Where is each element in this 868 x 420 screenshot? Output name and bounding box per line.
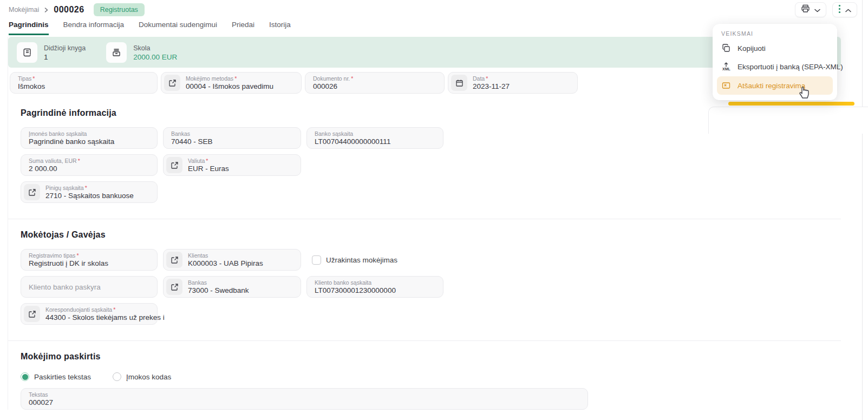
dokumento-nr-field[interactable]: Dokumento nr.* 000026 (305, 72, 445, 94)
menu-item-label: Kopijuoti (738, 44, 766, 52)
banko-saskaita-label: Banko sąskaita (315, 130, 436, 137)
imones-banko-saskaita-field[interactable]: Įmonės banko sąskaita Pagrindinė banko s… (21, 127, 158, 149)
kliento-banko-saskaita-value: LT007300001230000000 (315, 286, 436, 294)
tipas-label: Tipas (18, 75, 31, 82)
radio-unselected-icon[interactable] (113, 372, 121, 381)
page-title: 000026 (54, 5, 84, 15)
print-button[interactable] (795, 2, 826, 17)
external-link-icon[interactable] (164, 75, 180, 91)
tab-dokumentai-sudengimui[interactable]: Dokumentai sudengimui (139, 21, 217, 34)
copy-icon (721, 44, 731, 52)
kliento-banko-saskaita-label: Kliento banko sąskaita (315, 279, 436, 286)
payer-section: Mokėtojas / Gavėjas Registravimo tipas* … (8, 230, 841, 325)
external-link-icon[interactable] (24, 184, 40, 200)
menu-item-label: Eksportuoti į banką (SEPA-XML) (738, 63, 843, 71)
tekstas-field[interactable]: Tekstas 000027 (21, 388, 588, 410)
payer-bankas-label: Bankas (188, 279, 249, 286)
tab-bendra-informacija[interactable]: Bendra informacija (63, 21, 125, 34)
bankas-field[interactable]: Bankas 70440 - SEB (163, 127, 301, 149)
calendar-icon[interactable] (451, 75, 467, 91)
tab-priedai[interactable]: Priedai (232, 21, 254, 34)
kliento-banko-paskyra-input[interactable] (29, 277, 151, 297)
radio-selected-icon[interactable] (21, 372, 29, 381)
ledger-summary-item: Didžioji knyga 1 (17, 42, 86, 63)
radio-imokos-kodas[interactable]: Įmokos kodas (113, 372, 171, 381)
svg-text:XML: XML (722, 67, 731, 71)
ledger-label: Didžioji knyga (44, 43, 86, 53)
imones-banko-saskaita-label: Įmonės banko sąskaita (29, 130, 151, 137)
radio-imokos-label: Įmokos kodas (126, 373, 171, 381)
mokejimo-metodas-label: Mokėjimo metodas (186, 75, 233, 82)
required-marker: * (32, 75, 35, 82)
valiuta-field[interactable]: Valiuta* EUR - Euras (163, 154, 301, 176)
valiuta-value: EUR - Euras (188, 165, 229, 173)
klientas-value: K000003 - UAB Pipiras (188, 259, 263, 267)
koresponduojanti-saskaita-value: 44300 - Skolos tiekėjams už prekes i (45, 313, 165, 321)
suma-valiuta-field[interactable]: Suma valiuta, EUR* 2 000.00 (21, 154, 158, 176)
purpose-radio-group: Paskirties tekstas Įmokos kodas (21, 372, 841, 381)
payer-bankas-field[interactable]: Bankas 73000 - Swedbank (163, 276, 301, 298)
more-actions-button[interactable] (832, 2, 857, 17)
debt-summary-item: Skola 2000.00 EUR (106, 42, 177, 63)
breadcrumb-parent-link[interactable]: Mokėjimai (9, 6, 39, 14)
external-link-icon[interactable] (166, 157, 182, 173)
external-link-icon[interactable] (166, 252, 182, 268)
data-field[interactable]: Data* 2023-11-27 (448, 72, 578, 94)
payment-detail-page: Mokėjimai 000026 Registruotas (0, 0, 868, 420)
payer-bankas-value: 73000 - Swedbank (188, 286, 249, 294)
valiuta-label: Valiuta (188, 158, 205, 164)
actions-dropdown-menu: VEIKSMAI Kopijuoti XML Eksportuoti į ban… (713, 24, 837, 100)
external-link-icon[interactable] (24, 306, 40, 322)
kebab-icon (838, 4, 841, 16)
radio-paskirties-label: Paskirties tekstas (34, 373, 91, 381)
imones-banko-saskaita-value: Pagrindinė banko sąskaita (29, 137, 151, 146)
xml-export-icon: XML (721, 62, 731, 71)
banko-saskaita-field[interactable]: Banko sąskaita LT00704400000000111 (306, 127, 443, 149)
payer-section-title: Mokėtojas / Gavėjas (21, 230, 841, 240)
tipas-value: Išmokos (18, 82, 151, 90)
bankas-value: 70440 - SEB (171, 137, 294, 146)
required-marker: * (206, 158, 208, 164)
required-marker: * (76, 252, 79, 259)
required-marker: * (234, 75, 237, 82)
chevron-right-icon (44, 8, 49, 12)
tipas-field[interactable]: Tipas* Išmokos (10, 72, 158, 94)
tab-pagrindinis[interactable]: Pagrindinis (9, 21, 49, 35)
registravimo-tipas-field[interactable]: Registravimo tipas* Registruoti į DK ir … (21, 249, 158, 271)
tab-istorija[interactable]: Istorija (269, 21, 291, 34)
section-divider (8, 219, 841, 219)
debt-value: 2000.00 EUR (133, 53, 177, 61)
pinigu-saskaita-label: Pinigų sąskaita (45, 185, 84, 191)
tekstas-label: Tekstas (29, 391, 581, 398)
required-marker: * (486, 75, 488, 82)
header-actions (795, 2, 857, 17)
printer-icon (801, 4, 810, 15)
mokejimo-metodas-field[interactable]: Mokėjimo metodas* 00004 - Išmokos pavedi… (161, 72, 302, 94)
pinigu-saskaita-field[interactable]: Pinigų sąskaita* 2710 - Sąskaitos bankuo… (21, 181, 158, 203)
chevron-up-icon (845, 5, 851, 15)
registravimo-tipas-value: Registruoti į DK ir skolas (29, 259, 151, 267)
pinigu-saskaita-value: 2710 - Sąskaitos bankuose (45, 192, 134, 200)
koresponduojanti-saskaita-field[interactable]: Koresponduojanti sąskaita* 44300 - Skolo… (21, 303, 158, 325)
section-divider (8, 340, 841, 341)
radio-paskirties-tekstas[interactable]: Paskirties tekstas (21, 372, 91, 381)
status-badge: Registruotas (94, 3, 145, 16)
menu-item-eksportuoti-sepa-xml[interactable]: XML Eksportuoti į banką (SEPA-XML) (717, 57, 833, 76)
ledger-icon (17, 42, 37, 63)
uzrakintas-mokejimas-checkbox[interactable]: Užrakintas mokėjimas (312, 249, 397, 271)
kliento-banko-saskaita-field[interactable]: Kliento banko sąskaita LT007300001230000… (306, 276, 443, 298)
menu-item-atsaukti-registravima[interactable]: Atšaukti registravimą (717, 76, 833, 95)
data-label: Data (473, 75, 485, 82)
banko-saskaita-value: LT00704400000000111 (315, 137, 436, 146)
menu-item-kopijuoti[interactable]: Kopijuoti (717, 39, 833, 57)
scrollbar[interactable] (862, 0, 863, 420)
page-header: Mokėjimai 000026 Registruotas (0, 0, 868, 19)
external-link-icon[interactable] (166, 279, 182, 295)
klientas-field[interactable]: Klientas K000003 - UAB Pipiras (163, 249, 301, 271)
registravimo-tipas-label: Registravimo tipas (29, 252, 75, 259)
koresponduojanti-saskaita-label: Koresponduojanti sąskaita (45, 306, 112, 313)
checkbox-icon[interactable] (312, 255, 321, 265)
purpose-section: Mokėjimo paskirtis Paskirties tekstas Įm… (8, 352, 841, 410)
kliento-banko-paskyra-field[interactable] (21, 276, 158, 298)
required-marker: * (78, 158, 80, 164)
